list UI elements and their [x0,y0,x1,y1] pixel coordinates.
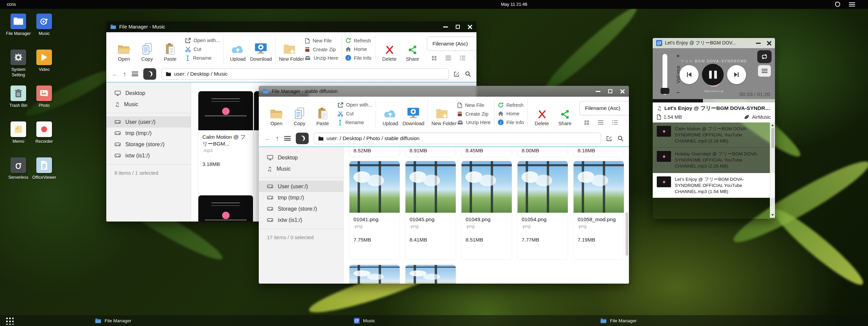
taskbar-item-music[interactable]: Music [350,315,378,326]
back-icon[interactable]: ← [264,135,271,142]
open-button[interactable]: Open [266,101,287,127]
desktop-icon-music[interactable]: Music [31,14,57,50]
close-button[interactable] [468,24,472,29]
new-file-button[interactable]: New File [305,38,338,44]
rename-button[interactable]: Rename [338,120,372,126]
sidebar-item-desktop[interactable]: Desktop [106,88,191,99]
unzip-here-button[interactable]: Unzip Here [457,120,491,125]
menu-icon[interactable] [132,72,138,76]
dark-mode-button[interactable] [296,133,309,144]
path-field[interactable]: user: / Desktop / Music [161,68,449,80]
open-with-button[interactable]: Open with... [185,38,220,43]
refresh-button[interactable]: Refresh [498,102,524,108]
file-tile-partial[interactable]: 8.18MB [573,147,624,157]
unzip-here-button[interactable]: Unzip Here [305,55,338,61]
sidebar-item-tmp-drive[interactable]: tmp (tmp:/) [259,192,343,203]
sort-dropdown[interactable]: Filename (Asc) [579,101,629,115]
sort-dropdown[interactable]: Filename (Asc) [427,37,477,51]
home-button[interactable]: Home [345,46,372,52]
scrollbar[interactable] [626,212,628,256]
panel-menu-icon[interactable] [849,2,855,6]
taskbar-item-file-manager-2[interactable]: File Manager [597,315,640,326]
desktop-icon-serverless[interactable]: σ Serverless [5,157,31,193]
home-button[interactable]: Home [498,111,524,116]
taskbar-item-file-manager-1[interactable]: File Manager [92,315,135,326]
new-folder-button[interactable]: New Folder [279,36,301,62]
file-tile-partial[interactable]: 8.52MB [349,147,400,157]
refresh-button[interactable]: Refresh [345,38,372,43]
minimize-button[interactable] [443,24,448,29]
create-zip-button[interactable]: Create Zip [457,111,491,117]
cut-button[interactable]: Cut [338,111,372,117]
repeat-button[interactable] [757,50,772,63]
sidebar-item-storage-drive[interactable]: Storage (store:/) [259,203,343,214]
file-tile-calm-motion[interactable]: Calm Motion @ フリーBGM... .mp3 3.18MB [198,91,253,206]
playlist-toggle-button[interactable] [758,65,771,77]
sidebar-item-desktop[interactable]: Desktop [259,152,343,163]
file-tile-01058-mod[interactable]: 01058_mod.png .png 7.19MB [573,161,624,260]
desktop-icon-file-manager[interactable]: File Manager [5,14,31,50]
playlist-scrollbar[interactable] [770,122,775,218]
file-tile-partial[interactable] [198,195,253,222]
cut-button[interactable]: Cut [185,46,220,52]
close-button[interactable] [620,89,625,94]
file-tile-01049[interactable]: 01049.png .png 8.51MB [461,161,512,260]
desktop-icon-memo[interactable]: Memo [5,121,31,157]
open-button[interactable]: Open [113,36,135,62]
sidebar-item-ixtw-drive[interactable]: ixtw (is1:/) [106,150,191,161]
scroll-down-icon[interactable] [771,214,774,216]
file-tile-01045[interactable]: 01045.png .png 8.41MB [405,161,456,260]
sidebar-item-music[interactable]: ♫ Music [259,163,343,174]
desktop-icon-video[interactable]: Video [31,50,57,85]
view-list-icon[interactable] [446,56,451,60]
volume-knob[interactable] [661,88,669,94]
path-field[interactable]: user: / Desktop / Photo / stable diffusi… [314,133,601,144]
create-zip-button[interactable]: Create Zip [305,47,338,52]
playlist-item[interactable]: Calm Motion @ フリーBGM DOVA-SYNDROME OFFIC… [653,122,775,148]
file-tile-01041[interactable]: 01041.png .png 7.75MB [349,161,400,260]
dark-mode-button[interactable] [143,68,156,80]
minimize-button[interactable] [756,41,761,45]
view-grid-icon[interactable] [584,120,589,125]
volume-slider[interactable] [663,54,667,95]
titlebar[interactable]: Let's Enjoy @ フリーBGM DOV... [653,38,775,48]
delete-button[interactable]: Delete [531,101,553,127]
maximize-button[interactable] [455,24,460,29]
paste-button[interactable]: Paste [312,101,333,127]
share-button[interactable]: Share [402,36,423,62]
file-tile-partial[interactable] [405,265,456,284]
titlebar[interactable]: File Manager - stable diffusion [259,86,629,97]
upload-button[interactable]: Upload [227,36,249,62]
back-icon[interactable]: ← [112,71,118,77]
desktop-icon-system-setting[interactable]: System Setting [5,50,31,85]
view-details-icon[interactable] [460,56,465,60]
file-tile-partial[interactable]: 8.45MB [461,147,512,157]
file-info-button[interactable]: i File Info [345,55,372,61]
sidebar-item-ixtw-drive[interactable]: ixtw (is1:/) [259,214,343,226]
copy-button[interactable]: Copy [289,101,310,127]
new-folder-button[interactable]: New Folder [431,101,453,127]
desktop-icon-trash-bin[interactable]: Trash Bin [5,85,31,121]
sidebar-item-storage-drive[interactable]: Storage (store:/) [106,139,191,150]
file-tile-partial[interactable]: 8.00MB [517,147,568,157]
paste-button[interactable]: Paste [159,36,181,62]
sidebar-item-tmp-drive[interactable]: tmp (tmp:/) [106,128,191,139]
maximize-button[interactable] [608,89,613,94]
up-icon[interactable]: ↑ [276,135,279,142]
file-tile-partial[interactable] [349,265,400,284]
scroll-up-icon[interactable] [771,124,774,126]
minimize-button[interactable] [596,89,600,94]
up-icon[interactable]: ↑ [123,71,127,77]
scrollbar-thumb[interactable] [771,128,774,148]
playlist-item[interactable]: Holiday Overslept @ フリーBGM DOVA-SYNDROME… [653,148,775,173]
progress-bar[interactable] [653,99,775,102]
menu-icon[interactable] [284,136,291,141]
file-info-button[interactable]: i File Info [498,119,524,125]
share-button[interactable]: Share [554,101,576,127]
download-button[interactable]: Download [402,101,424,127]
desktop-icon-photo[interactable]: Photo [31,85,57,121]
view-details-icon[interactable] [612,120,618,125]
edit-icon[interactable] [454,71,460,77]
close-button[interactable] [767,41,772,45]
desktop-icon-recorder[interactable]: Recorder [31,121,57,157]
